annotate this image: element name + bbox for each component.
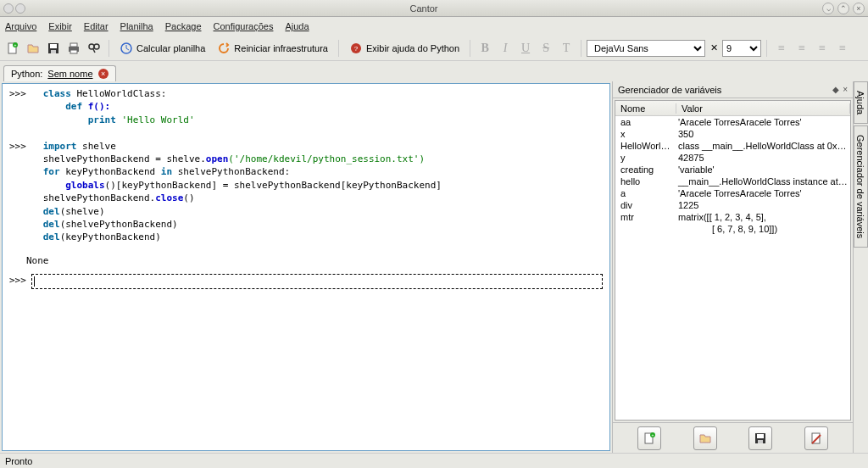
maximize-button[interactable]: ⌃: [837, 3, 849, 14]
save-button[interactable]: [44, 39, 63, 58]
var-name: y: [615, 153, 676, 163]
var-name: creating: [615, 164, 676, 175]
col-value[interactable]: Valor: [676, 103, 850, 114]
titlebar: Cantor ⌵ ⌃ ×: [0, 0, 868, 17]
panel-title: Gerenciador de variáveis: [618, 85, 829, 95]
var-value: 1225: [676, 200, 850, 210]
open-button[interactable]: [24, 39, 42, 58]
var-name: [615, 224, 676, 234]
svg-point-9: [89, 44, 94, 49]
svg-text:+: +: [651, 432, 654, 437]
close-button[interactable]: ×: [853, 3, 865, 14]
side-tabs: Ajuda Gerenciador de variáveis: [853, 81, 868, 453]
variable-row[interactable]: aa'Aracele TorresAracele Torres': [615, 116, 850, 128]
minimize-button[interactable]: ⌵: [822, 3, 834, 14]
panel-open-button[interactable]: [693, 426, 717, 450]
svg-rect-20: [758, 440, 763, 443]
window-controls-left: [3, 3, 25, 14]
reiniciar-button[interactable]: Reiniciar infraestrutura: [212, 40, 333, 57]
variable-row[interactable]: hello__main__.HelloWorldClass instance a…: [615, 176, 850, 187]
tab-close-icon[interactable]: ×: [98, 69, 108, 79]
var-value: 'variable': [676, 164, 850, 175]
svg-text:?: ?: [354, 45, 359, 53]
menu-exibir[interactable]: Exibir: [48, 21, 72, 31]
toolbar-separator-4: [581, 40, 581, 57]
sidetab-gerenciador[interactable]: Gerenciador de variáveis: [854, 125, 868, 248]
sidetab-ajuda[interactable]: Ajuda: [854, 81, 868, 124]
variable-row[interactable]: [ 6, 7, 8, 9, 10]]): [615, 223, 850, 235]
font-family-select[interactable]: DejaVu Sans: [587, 40, 705, 57]
font-size-select[interactable]: 9: [722, 40, 761, 57]
bold-button[interactable]: B: [476, 39, 494, 58]
window-controls-right: ⌵ ⌃ ×: [822, 3, 865, 14]
toolbar-separator-5: [766, 40, 767, 57]
var-value: [ 6, 7, 8, 9, 10]]): [676, 224, 850, 234]
ajuda-python-label: Exibir ajuda do Python: [366, 43, 459, 53]
col-name[interactable]: Nome: [615, 103, 676, 114]
variables-table: Nome Valor aa'Aracele TorresAracele Torr…: [615, 100, 851, 421]
var-name: HelloWorldCl...: [615, 141, 676, 151]
var-name: aa: [615, 117, 676, 127]
align-left-button[interactable]: ≡: [772, 39, 791, 58]
variable-row[interactable]: a'Aracele TorresAracele Torres': [615, 187, 850, 199]
svg-rect-19: [757, 434, 764, 438]
prompt-3: >>>: [9, 274, 26, 287]
var-value: 42875: [676, 153, 850, 163]
variable-row[interactable]: div1225: [615, 199, 850, 211]
menu-planilha[interactable]: Planilha: [120, 21, 153, 31]
align-justify-button[interactable]: ≡: [833, 39, 852, 58]
new-button[interactable]: +: [3, 39, 22, 58]
prompt-2: >>>: [9, 141, 26, 152]
toolbar: + Calcular planilha Reiniciar infraestru…: [0, 36, 868, 61]
menu-package[interactable]: Package: [165, 21, 202, 31]
variable-row[interactable]: y42875: [615, 152, 850, 164]
window-button-2[interactable]: [15, 3, 25, 14]
underline-button[interactable]: U: [516, 39, 535, 58]
menu-arquivo[interactable]: Arquivo: [5, 21, 36, 31]
var-value: 350: [676, 129, 850, 139]
variable-row[interactable]: mtrmatrix([[ 1, 2, 3, 4, 5],: [615, 211, 850, 223]
var-value: matrix([[ 1, 2, 3, 4, 5],: [676, 212, 850, 222]
panel-save-button[interactable]: [748, 426, 772, 450]
variable-row[interactable]: x350: [615, 128, 850, 140]
window-button-1[interactable]: [3, 3, 14, 14]
toolbar-separator-3: [470, 40, 470, 57]
svg-rect-5: [51, 50, 56, 53]
variable-row[interactable]: creating'variable': [615, 164, 850, 176]
font-color-button[interactable]: T: [557, 39, 576, 58]
calcular-button[interactable]: Calcular planilha: [114, 40, 210, 57]
menu-configuracoes[interactable]: Configurações: [214, 21, 274, 31]
find-button[interactable]: [85, 39, 103, 58]
var-value: 'Aracele TorresAracele Torres': [676, 188, 850, 198]
tabbar: Python: Sem nome ×: [0, 61, 868, 81]
status-text: Pronto: [5, 456, 32, 466]
code-editor[interactable]: >>> class HelloWorldClass: def f(): prin…: [2, 83, 610, 451]
panel-header: Gerenciador de variáveis ◆ ×: [613, 81, 853, 98]
print-button[interactable]: [64, 39, 83, 58]
panel-detach-icon[interactable]: ◆: [832, 85, 839, 94]
var-name: a: [615, 188, 676, 198]
italic-button[interactable]: I: [496, 39, 515, 58]
strikethrough-button[interactable]: S: [537, 39, 555, 58]
variable-row[interactable]: HelloWorldCl...class __main__.HelloWorld…: [615, 140, 850, 152]
font-clear-button[interactable]: ✕: [707, 39, 721, 58]
menu-editar[interactable]: Editar: [84, 21, 108, 31]
panel-close-icon[interactable]: ×: [843, 85, 848, 94]
variables-panel: Gerenciador de variáveis ◆ × Nome Valor …: [612, 81, 853, 453]
prompt-1: >>>: [9, 88, 26, 99]
ajuda-python-button[interactable]: ? Exibir ajuda do Python: [344, 40, 465, 57]
input-box[interactable]: [31, 274, 603, 289]
var-name: mtr: [615, 212, 676, 222]
svg-rect-4: [50, 44, 57, 48]
panel-delete-button[interactable]: [804, 426, 828, 450]
var-name: div: [615, 200, 676, 210]
menu-ajuda[interactable]: Ajuda: [285, 21, 309, 31]
align-right-button[interactable]: ≡: [813, 39, 832, 58]
panel-add-button[interactable]: +: [637, 426, 661, 450]
align-center-button[interactable]: ≡: [793, 39, 811, 58]
document-tab[interactable]: Python: Sem nome ×: [3, 65, 116, 81]
tab-prefix: Python:: [11, 69, 42, 79]
calcular-label: Calcular planilha: [136, 43, 205, 53]
var-name: hello: [615, 176, 676, 187]
variables-header: Nome Valor: [615, 101, 850, 116]
